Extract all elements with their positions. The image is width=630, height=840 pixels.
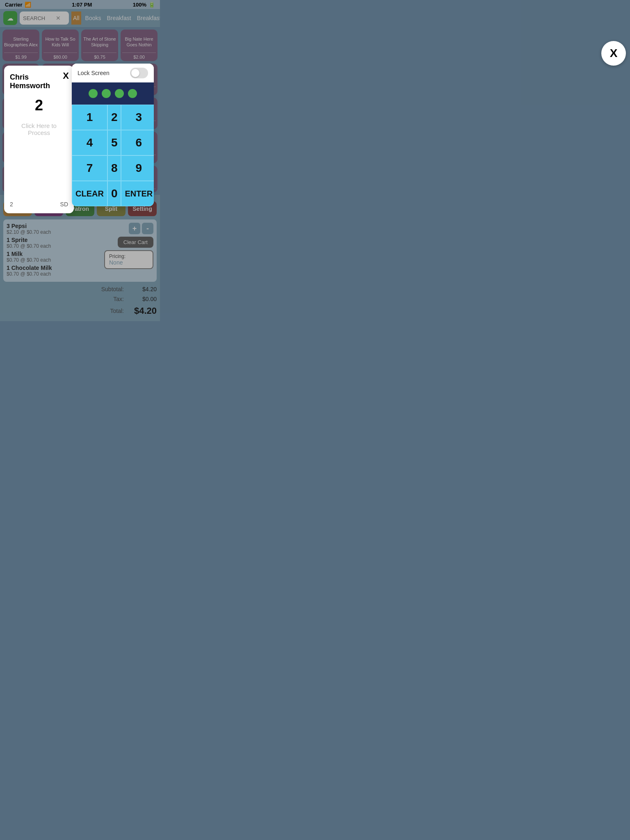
numpad-key-7[interactable]: 7 — [72, 155, 107, 181]
numpad-key-4[interactable]: 4 — [72, 130, 107, 155]
pin-dot-3 — [115, 89, 124, 98]
numpad-key-1[interactable]: 1 — [72, 105, 107, 130]
lock-screen-toggle[interactable] — [130, 68, 148, 78]
numpad-key-3[interactable]: 3 — [121, 105, 154, 130]
numpad-key-9[interactable]: 9 — [121, 155, 154, 181]
pin-dot-4 — [128, 89, 137, 98]
numpad: 1 2 3 4 5 6 7 8 9 CLEAR 0 ENTER — [72, 105, 154, 206]
customer-close-button[interactable]: X — [63, 71, 69, 81]
pin-dot-1 — [89, 89, 98, 98]
pin-panel: Lock Screen 1 2 3 4 5 6 7 8 9 CLEAR 0 EN… — [72, 64, 154, 206]
process-button[interactable]: Click Here to Process — [10, 122, 68, 136]
numpad-key-5[interactable]: 5 — [107, 130, 121, 155]
numpad-key-2[interactable]: 2 — [107, 105, 121, 130]
customer-panel: X Chris Hemsworth 2 Click Here to Proces… — [4, 66, 74, 213]
lock-screen-label: Lock Screen — [78, 70, 110, 76]
pin-dots — [72, 82, 154, 105]
numpad-key-clear[interactable]: CLEAR — [72, 181, 107, 206]
customer-name: Chris Hemsworth — [10, 73, 68, 90]
footer-right: SD — [60, 201, 68, 208]
numpad-key-8[interactable]: 8 — [107, 155, 121, 181]
numpad-key-enter[interactable]: ENTER — [121, 181, 154, 206]
numpad-key-6[interactable]: 6 — [121, 130, 154, 155]
lock-screen-row: Lock Screen — [72, 64, 154, 82]
pin-dot-2 — [102, 89, 111, 98]
footer-left: 2 — [10, 201, 13, 208]
numpad-key-0[interactable]: 0 — [107, 181, 121, 206]
customer-amount: 2 — [10, 97, 68, 114]
customer-footer: 2 SD — [10, 201, 68, 208]
